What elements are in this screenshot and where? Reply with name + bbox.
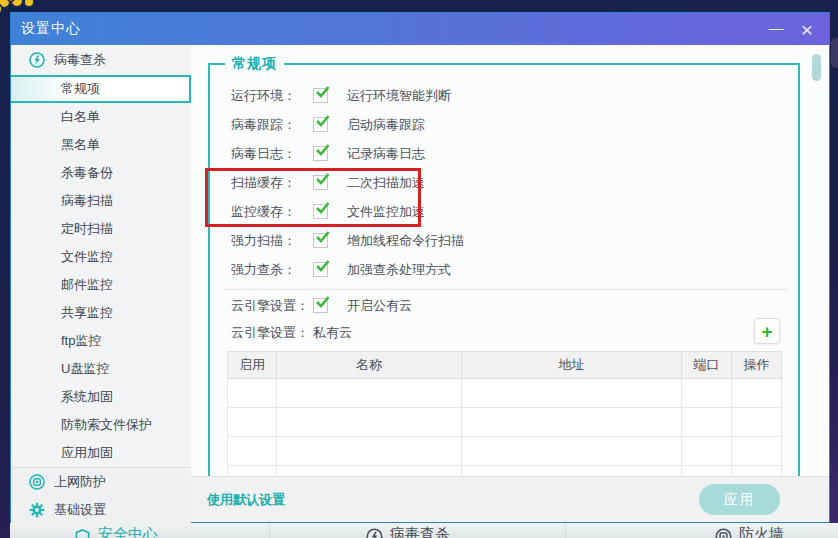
background-tab-strip: 安全中心 病毒查杀 防火墙 <box>10 523 838 538</box>
setting-row-scan-cache: 扫描缓存： 二次扫描加速 <box>231 168 798 197</box>
col-header-name: 名称 <box>277 352 462 379</box>
checkbox-virus-log[interactable] <box>313 146 328 161</box>
check-icon <box>314 258 331 275</box>
table-row <box>228 408 782 437</box>
checkbox-runtime-env[interactable] <box>313 88 328 103</box>
setting-label: 监控缓存： <box>231 203 313 221</box>
desktop-background: 安全中心 病毒查杀 防火墙 设置中心 — × <box>0 0 838 538</box>
check-icon <box>314 229 331 246</box>
setting-row-runtime-env: 运行环境： 运行环境智能判断 <box>231 81 798 110</box>
bottom-bar: 使用默认设置 应用 <box>191 476 829 522</box>
sidebar-item-av-backup[interactable]: 杀毒备份 <box>11 159 191 187</box>
check-icon <box>314 171 331 188</box>
setting-row-power-scan: 强力扫描： 增加线程命令行扫描 <box>231 226 798 255</box>
sidebar-item-file-monitor[interactable]: 文件监控 <box>11 243 191 271</box>
checkbox-power-kill[interactable] <box>313 262 328 277</box>
scrollbar-thumb[interactable] <box>812 54 821 81</box>
table-row <box>228 437 782 466</box>
setting-desc: 二次扫描加速 <box>347 174 425 192</box>
window-controls: — × <box>769 19 813 40</box>
sidebar-section-basic-settings[interactable]: 基础设置 <box>11 496 191 524</box>
table-header-row: 启用 名称 地址 端口 操作 <box>228 352 782 379</box>
setting-desc: 开启公有云 <box>347 297 412 315</box>
apply-button[interactable]: 应用 <box>699 484 780 515</box>
checkbox-public-cloud[interactable] <box>313 298 328 313</box>
setting-label: 强力查杀： <box>231 261 313 279</box>
checkbox-power-scan[interactable] <box>313 233 328 248</box>
minimize-button[interactable]: — <box>769 20 784 35</box>
sidebar-item-usb-monitor[interactable]: U盘监控 <box>11 355 191 383</box>
setting-label: 扫描缓存： <box>231 174 313 192</box>
sidebar-item-mail-monitor[interactable]: 邮件监控 <box>11 271 191 299</box>
sidebar-section-virus-scan[interactable]: 病毒查杀 <box>11 45 191 75</box>
settings-window: 设置中心 — × 病毒查杀 常规项 白名单 <box>10 12 830 523</box>
setting-label: 运行环境： <box>231 87 313 105</box>
titlebar[interactable]: 设置中心 — × <box>11 13 829 45</box>
setting-desc: 文件监控加速 <box>347 203 425 221</box>
col-header-address: 地址 <box>462 352 682 379</box>
checkbox-monitor-cache[interactable] <box>313 204 328 219</box>
sidebar-item-general[interactable]: 常规项 <box>11 75 191 103</box>
sidebar-item-ftp-monitor[interactable]: ftp监控 <box>11 327 191 355</box>
setting-label: 病毒跟踪： <box>231 116 313 134</box>
setting-desc: 私有云 <box>313 324 352 342</box>
check-icon <box>314 200 331 217</box>
bg-tab-security-center[interactable]: 安全中心 <box>10 523 270 538</box>
sidebar-item-label: 文件监控 <box>61 248 113 266</box>
use-default-settings-link[interactable]: 使用默认设置 <box>207 491 285 509</box>
virus-scan-icon <box>29 52 45 68</box>
sidebar-item-share-monitor[interactable]: 共享监控 <box>11 299 191 327</box>
check-icon <box>314 113 331 130</box>
sidebar-item-label: 病毒扫描 <box>61 192 113 210</box>
setting-row-power-kill: 强力查杀： 加强查杀处理方式 <box>231 255 798 284</box>
setting-desc: 记录病毒日志 <box>347 145 425 163</box>
settings-content: 常规项 运行环境： 运行环境智能判断 病毒跟踪： 启动病毒跟踪 <box>191 45 829 522</box>
sidebar-item-blacklist[interactable]: 黑名单 <box>11 131 191 159</box>
section-divider <box>223 289 788 290</box>
checkbox-scan-cache[interactable] <box>313 175 328 190</box>
sidebar-item-whitelist[interactable]: 白名单 <box>11 103 191 131</box>
close-button[interactable]: × <box>801 19 813 40</box>
sidebar-section-label: 基础设置 <box>54 501 106 519</box>
sidebar-section-net-protect[interactable]: 上网防护 <box>11 468 191 496</box>
sidebar-item-label: U盘监控 <box>61 360 109 378</box>
sidebar-item-system-hardening[interactable]: 系统加固 <box>11 383 191 411</box>
sidebar-item-label: 防勒索文件保护 <box>61 416 152 434</box>
setting-desc: 启动病毒跟踪 <box>347 116 425 134</box>
background-clock-icon <box>831 38 838 68</box>
sidebar-item-scheduled-scan[interactable]: 定时扫描 <box>11 215 191 243</box>
sidebar-item-label: 常规项 <box>61 80 100 98</box>
sidebar-item-ransomware-protection[interactable]: 防勒索文件保护 <box>11 411 191 439</box>
gear-icon <box>29 502 45 518</box>
sidebar-item-app-hardening[interactable]: 应用加固 <box>11 439 191 467</box>
checkbox-virus-trace[interactable] <box>313 117 328 132</box>
sidebar-item-virus-scan[interactable]: 病毒扫描 <box>11 187 191 215</box>
setting-desc: 增加线程命令行扫描 <box>347 232 464 250</box>
sidebar-item-label: ftp监控 <box>61 332 101 350</box>
sidebar-item-label: 共享监控 <box>61 304 113 322</box>
add-private-cloud-button[interactable]: + <box>754 318 780 344</box>
setting-row-public-cloud: 云引擎设置： 开启公有云 <box>231 291 798 320</box>
setting-row-private-cloud: 云引擎设置： 私有云 <box>231 320 798 346</box>
net-protect-icon <box>29 474 45 490</box>
sidebar-item-label: 定时扫描 <box>61 220 113 238</box>
sidebar-item-label: 黑名单 <box>61 136 100 154</box>
bg-tab-virus-scan[interactable]: 病毒查杀 <box>270 523 566 538</box>
setting-label: 云引擎设置： <box>231 324 313 342</box>
setting-row-virus-log: 病毒日志： 记录病毒日志 <box>231 139 798 168</box>
bg-tab-firewall[interactable]: 防火墙 <box>566 523 838 538</box>
private-cloud-table: 启用 名称 地址 端口 操作 <box>227 351 782 476</box>
sidebar-item-label: 邮件监控 <box>61 276 113 294</box>
shield-icon <box>74 528 91 538</box>
sidebar-section-label: 病毒查杀 <box>54 51 106 69</box>
sidebar-item-label: 杀毒备份 <box>61 164 113 182</box>
check-icon <box>314 142 331 159</box>
virus-scan-icon <box>366 528 383 538</box>
sidebar-item-label: 应用加固 <box>61 444 113 462</box>
setting-label: 云引擎设置： <box>231 297 313 315</box>
setting-row-monitor-cache: 监控缓存： 文件监控加速 <box>231 197 798 226</box>
sidebar-section-label: 上网防护 <box>54 473 106 491</box>
col-header-action: 操作 <box>732 352 782 379</box>
firewall-icon <box>715 528 732 538</box>
sidebar-item-label: 白名单 <box>61 108 100 126</box>
